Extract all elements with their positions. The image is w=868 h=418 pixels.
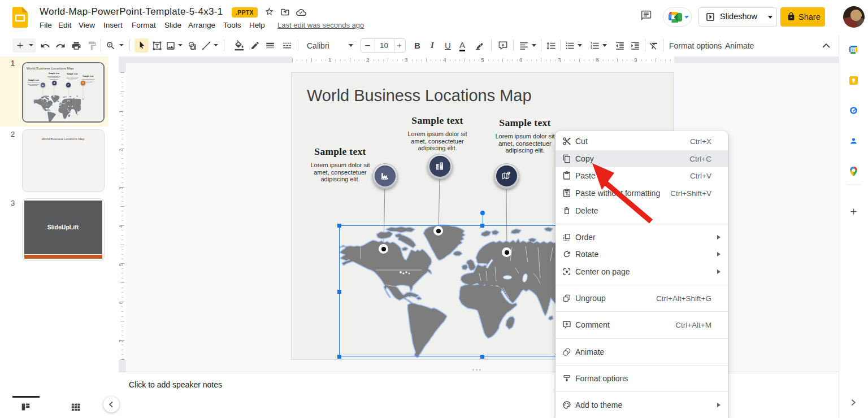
svg-text:31: 31 [851, 48, 856, 52]
